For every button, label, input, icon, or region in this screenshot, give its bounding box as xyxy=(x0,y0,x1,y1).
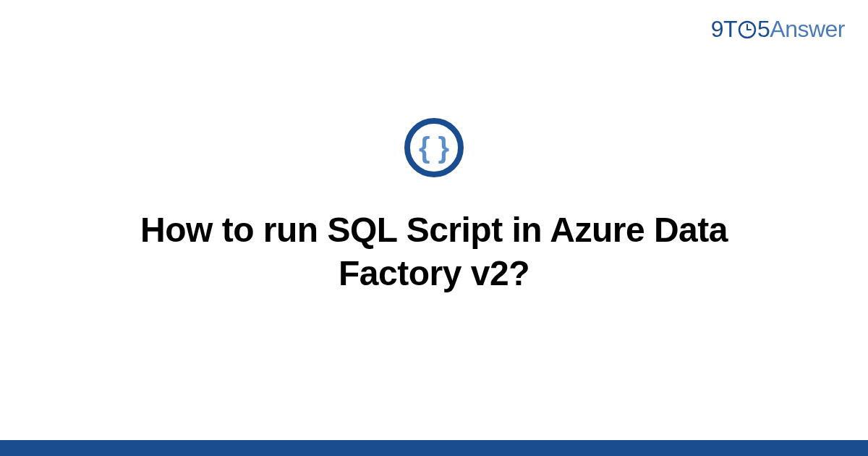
main-content: { } How to run SQL Script in Azure Data … xyxy=(0,0,868,456)
svg-text:{ }: { } xyxy=(419,132,449,164)
footer-bar xyxy=(0,440,868,456)
code-braces-icon: { } xyxy=(404,117,464,181)
page-title: How to run SQL Script in Azure Data Fact… xyxy=(109,208,760,295)
